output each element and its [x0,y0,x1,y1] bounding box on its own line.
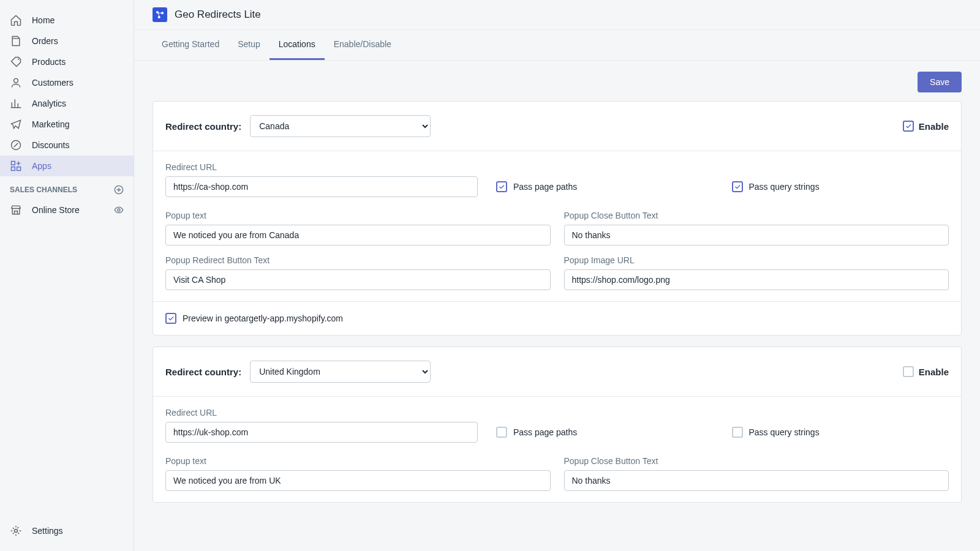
pass-query-label: Pass query strings [749,182,820,192]
enable-checkbox[interactable] [903,366,914,377]
customers-icon [10,77,22,89]
analytics-icon [10,97,22,110]
sidebar-item-online-store[interactable]: Online Store [0,200,134,220]
svg-rect-4 [12,167,15,171]
popup-close-label: Popup Close Button Text [564,456,949,466]
tab-locations[interactable]: Locations [270,30,325,60]
popup-text-label: Popup text [165,456,551,466]
orders-icon [10,35,22,47]
enable-checkbox[interactable] [903,121,914,132]
popup-image-input[interactable] [564,269,949,290]
card-body: Redirect URL Pass page paths Pass query … [153,396,961,502]
sidebar-item-label: Customers [32,78,74,88]
card-body: Redirect URL Pass page paths Pass query … [153,151,961,301]
redirect-country-select[interactable]: United Kingdom [250,361,431,383]
sidebar-item-label: Orders [32,36,58,46]
save-button[interactable]: Save [918,72,962,92]
sidebar-item-analytics[interactable]: Analytics [0,93,134,114]
svg-point-0 [14,78,18,83]
sidebar-item-settings[interactable]: Settings [0,520,134,541]
redirect-country-select[interactable]: Canada [250,115,431,137]
enable-label: Enable [919,121,949,132]
card-header: Redirect country: Canada Enable [153,102,961,151]
discounts-icon [10,139,22,151]
preview-label: Preview in geotargetly-app.myshopify.com [183,313,343,323]
redirect-card: Redirect country: United Kingdom Enable … [153,347,962,503]
card-footer: Preview in geotargetly-app.myshopify.com [153,301,961,335]
products-icon [10,56,22,68]
tab-getting-started[interactable]: Getting Started [153,30,228,60]
popup-text-input[interactable] [165,470,551,491]
popup-text-input[interactable] [165,225,551,246]
redirect-url-label: Redirect URL [165,408,478,418]
settings-icon [10,525,22,537]
sidebar-item-label: Analytics [32,99,66,108]
store-icon [10,204,22,216]
svg-point-7 [15,530,18,533]
redirect-url-label: Redirect URL [165,162,478,172]
view-store-icon[interactable] [114,205,124,215]
marketing-icon [10,118,22,130]
sidebar-item-label: Home [32,15,55,25]
svg-rect-2 [12,162,15,165]
main-content: Geo Redirects Lite Getting Started Setup… [134,0,980,551]
pass-query-label: Pass query strings [749,427,820,437]
sidebar-item-apps[interactable]: Apps [0,156,134,176]
enable-label: Enable [919,367,949,377]
apps-icon [10,160,22,172]
content-area: Save Redirect country: Canada Enable Red… [134,61,980,532]
redirect-card: Redirect country: Canada Enable Redirect… [153,101,962,335]
sidebar-item-label: Discounts [32,140,69,150]
preview-checkbox[interactable]: Preview in geotargetly-app.myshopify.com [165,313,949,324]
sidebar-item-label: Marketing [32,119,69,129]
pass-query-checkbox[interactable]: Pass query strings [732,181,820,192]
card-header: Redirect country: United Kingdom Enable [153,347,961,396]
tab-setup[interactable]: Setup [228,30,270,60]
sidebar-item-orders[interactable]: Orders [0,31,134,51]
sidebar-item-products[interactable]: Products [0,51,134,72]
popup-redirect-label: Popup Redirect Button Text [165,255,551,265]
popup-text-label: Popup text [165,211,551,220]
save-row: Save [153,72,962,92]
pass-paths-checkbox[interactable]: Pass page paths [496,427,577,438]
pass-paths-label: Pass page paths [513,427,577,437]
app-title: Geo Redirects Lite [175,9,261,21]
svg-point-6 [118,209,120,211]
sidebar: Home Orders Products Customers Analytics… [0,0,134,551]
svg-rect-3 [17,167,21,171]
sidebar-item-label: Products [32,57,66,67]
popup-close-input[interactable] [564,470,949,491]
app-logo-icon [153,7,167,22]
redirect-country-label: Redirect country: [165,367,241,377]
redirect-url-input[interactable] [165,422,478,443]
redirect-url-input[interactable] [165,176,478,197]
sidebar-item-customers[interactable]: Customers [0,72,134,93]
popup-close-input[interactable] [564,225,949,246]
sidebar-item-label: Online Store [32,205,104,215]
app-header: Geo Redirects Lite [134,0,980,30]
popup-image-label: Popup Image URL [564,255,949,265]
sales-channels-label: SALES CHANNELS [10,186,77,194]
sidebar-item-label: Settings [32,526,63,536]
sidebar-item-discounts[interactable]: Discounts [0,135,134,156]
popup-close-label: Popup Close Button Text [564,211,949,220]
sidebar-item-label: Apps [32,161,51,171]
tabs: Getting Started Setup Locations Enable/D… [134,30,980,61]
add-channel-icon[interactable] [114,185,124,195]
sidebar-item-home[interactable]: Home [0,10,134,31]
sales-channels-header: SALES CHANNELS [0,176,134,200]
redirect-country-label: Redirect country: [165,121,241,132]
sidebar-item-marketing[interactable]: Marketing [0,114,134,135]
pass-paths-label: Pass page paths [513,182,577,192]
home-icon [10,14,22,26]
pass-query-checkbox[interactable]: Pass query strings [732,427,820,438]
tab-enable-disable[interactable]: Enable/Disable [325,30,401,60]
pass-paths-checkbox[interactable]: Pass page paths [496,181,577,192]
popup-redirect-input[interactable] [165,269,551,290]
